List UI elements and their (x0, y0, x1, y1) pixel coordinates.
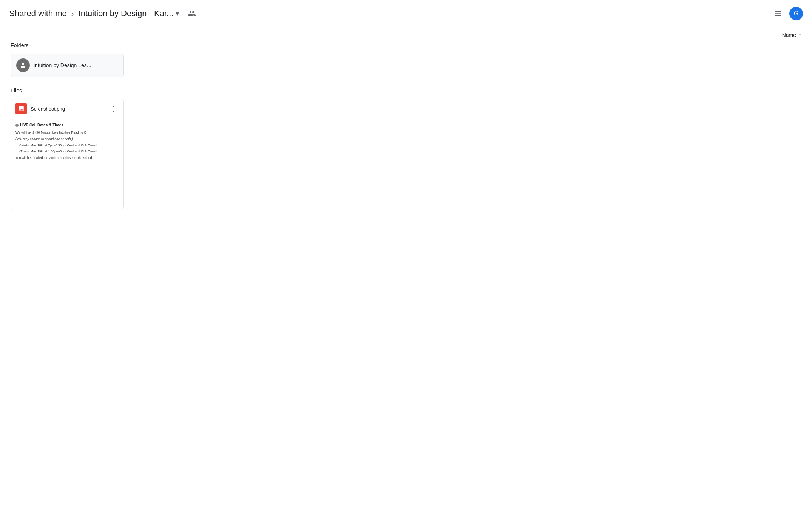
file-more-button[interactable]: ⋮ (108, 103, 119, 114)
sort-bar: Name ↑ (11, 32, 801, 38)
sort-by-name-label[interactable]: Name (782, 32, 796, 38)
folder-more-button[interactable]: ⋮ (108, 60, 118, 71)
folders-label: Folders (11, 42, 801, 48)
thumb-line-4: • Thurs. May 19th at 1:30pm-3pm Central … (15, 149, 119, 154)
folder-card[interactable]: intuition by Design Les... ⋮ (11, 54, 124, 77)
breadcrumb-current-folder[interactable]: Intuition by Design - Kar... ▾ (79, 9, 179, 18)
thumb-line-2: (You may choose to attend one or both.) (15, 137, 119, 142)
folder-name: intuition by Design Les... (34, 62, 104, 68)
shared-people-icon[interactable] (185, 7, 199, 20)
sort-arrow-icon: ↑ (798, 32, 801, 38)
list-view-button[interactable] (771, 7, 785, 20)
folder-shared-avatar (16, 58, 30, 72)
header: Shared with me › Intuition by Design - K… (0, 0, 812, 24)
file-type-icon (15, 103, 27, 114)
main-content: Name ↑ Folders intuition by Design Les..… (0, 24, 812, 217)
breadcrumb-current-label: Intuition by Design - Kar... (79, 9, 174, 18)
thumbnail-body: We will hav 2 (90 Minute) Live Intuitive… (15, 130, 119, 160)
thumbnail-title: LIVE Call Dates & Times (15, 122, 119, 128)
file-name: Screnshoot.png (31, 106, 105, 112)
chevron-down-icon: ▾ (176, 9, 179, 18)
breadcrumb-separator: › (71, 9, 74, 18)
thumb-line-3: • Weds. May 18th at 7pm-8:30pm Central (… (15, 143, 119, 148)
thumb-line-1: We will hav 2 (90 Minute) Live Intuitive… (15, 130, 119, 135)
files-section: Files Screnshoot.png ⋮ LIVE Call Dates &… (11, 88, 801, 209)
file-thumbnail: LIVE Call Dates & Times We will hav 2 (9… (11, 118, 123, 209)
thumb-line-5: You will be emailed the Zoom Link closer… (15, 155, 119, 160)
breadcrumb-shared-with-me[interactable]: Shared with me (9, 9, 67, 18)
file-card[interactable]: Screnshoot.png ⋮ LIVE Call Dates & Times… (11, 99, 124, 209)
account-icon[interactable]: G (789, 7, 803, 20)
file-card-header: Screnshoot.png ⋮ (11, 99, 123, 118)
files-label: Files (11, 88, 801, 94)
thumb-dot-icon (15, 124, 19, 127)
folders-section: Folders intuition by Design Les... ⋮ (11, 42, 801, 77)
header-right: G (771, 7, 803, 20)
